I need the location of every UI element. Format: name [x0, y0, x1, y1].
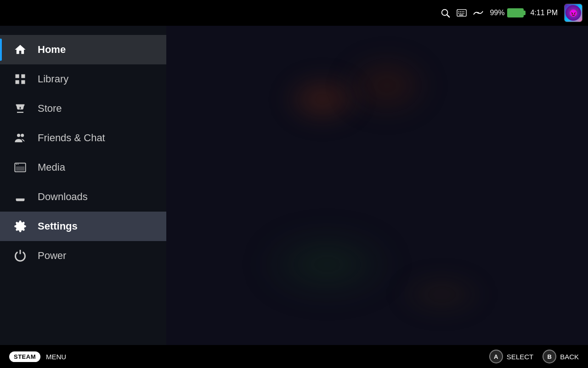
svg-rect-3 [458, 11, 459, 12]
svg-rect-14 [21, 75, 25, 78]
svg-line-1 [447, 15, 450, 17]
signal-icon [473, 9, 483, 17]
svg-rect-8 [460, 13, 461, 14]
a-button[interactable]: A [489, 350, 503, 363]
sidebar-item-library[interactable]: Library [0, 64, 166, 94]
clock: 4:11 PM [530, 9, 558, 17]
sidebar-label-store: Store [38, 103, 62, 115]
battery-container: 99% [490, 8, 524, 17]
svg-point-21 [17, 164, 18, 165]
back-label: BACK [560, 353, 579, 361]
sidebar: Home Library Store [0, 26, 166, 345]
bottom-bar: STEAM MENU A SELECT B BACK [0, 345, 588, 368]
sidebar-label-downloads: Downloads [38, 191, 88, 203]
sidebar-label-library: Library [38, 73, 68, 85]
svg-point-18 [21, 134, 24, 137]
active-indicator [0, 39, 2, 61]
svg-point-20 [16, 164, 17, 165]
sidebar-label-friends: Friends & Chat [38, 132, 105, 144]
sidebar-item-settings[interactable]: Settings [0, 212, 166, 241]
sidebar-item-home[interactable]: Home [0, 35, 166, 64]
sidebar-label-power: Power [38, 250, 66, 262]
store-icon [13, 101, 28, 116]
svg-rect-6 [464, 11, 464, 12]
b-button[interactable]: B [543, 350, 556, 363]
steam-badge[interactable]: STEAM [9, 351, 40, 362]
bottom-right-controls: A SELECT B BACK [489, 350, 579, 363]
power-icon [13, 248, 28, 263]
svg-point-17 [17, 134, 20, 137]
library-icon [13, 72, 28, 86]
avatar-face: 😈 [565, 5, 581, 21]
svg-rect-7 [458, 13, 459, 14]
sidebar-label-media: Media [38, 161, 65, 173]
bottom-left-controls: STEAM MENU [9, 351, 66, 362]
status-bar: 99% 4:11 PM 😈 [0, 0, 588, 26]
select-button-group[interactable]: A SELECT [489, 350, 533, 363]
sidebar-item-power[interactable]: Power [0, 241, 166, 270]
battery-icon [507, 8, 524, 17]
svg-rect-16 [21, 80, 25, 84]
svg-point-12 [478, 12, 480, 14]
sidebar-item-downloads[interactable]: Downloads [0, 182, 166, 212]
keyboard-icon[interactable] [457, 9, 467, 17]
sidebar-label-home: Home [38, 44, 66, 56]
background-content [166, 26, 588, 345]
svg-rect-9 [462, 13, 463, 14]
search-icon[interactable] [440, 8, 450, 18]
svg-rect-15 [16, 80, 19, 84]
main-area: Home Library Store [0, 26, 588, 345]
menu-label: MENU [46, 353, 66, 361]
media-icon [13, 160, 28, 175]
sidebar-item-media[interactable]: Media [0, 153, 166, 182]
downloads-icon [13, 190, 28, 204]
svg-rect-11 [459, 15, 464, 16]
sidebar-label-settings: Settings [38, 220, 78, 232]
svg-rect-13 [16, 75, 19, 78]
friends-icon [13, 131, 28, 145]
battery-percentage: 99% [490, 9, 504, 17]
avatar[interactable]: 😈 [564, 4, 582, 22]
sidebar-item-friends[interactable]: Friends & Chat [0, 123, 166, 153]
sidebar-item-store[interactable]: Store [0, 94, 166, 123]
select-label: SELECT [507, 353, 533, 361]
back-button-group[interactable]: B BACK [543, 350, 579, 363]
svg-rect-4 [460, 11, 461, 12]
svg-rect-10 [464, 13, 464, 14]
svg-rect-22 [16, 167, 25, 171]
svg-rect-5 [462, 11, 463, 12]
home-icon [13, 42, 28, 57]
settings-icon [13, 219, 28, 234]
